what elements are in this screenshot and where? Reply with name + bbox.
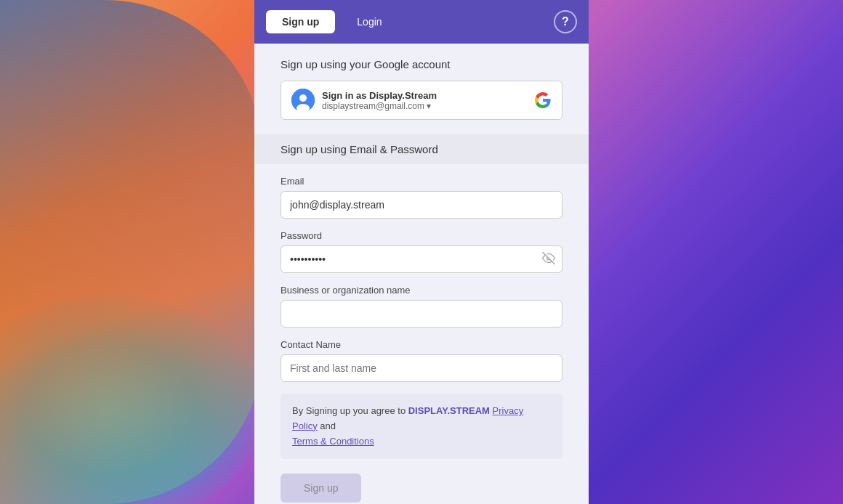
password-label: Password xyxy=(281,230,562,241)
email-label: Email xyxy=(281,176,562,187)
google-section-title: Sign up using your Google account xyxy=(281,58,562,70)
password-wrapper xyxy=(281,245,562,273)
login-tab-button[interactable]: Login xyxy=(341,10,398,33)
submit-button[interactable]: Sign up xyxy=(281,473,361,503)
svg-point-1 xyxy=(299,94,307,102)
agreement-prefix: By Signing up you agree to xyxy=(292,405,408,416)
business-label: Business or organization name xyxy=(281,285,562,296)
main-panel: Sign up Login ? Sign up using your Googl… xyxy=(254,0,589,504)
contact-field-group: Contact Name xyxy=(281,339,562,382)
business-field-group: Business or organization name xyxy=(281,285,562,328)
email-input[interactable] xyxy=(281,191,562,219)
google-email: displaystream@gmail.com ▾ xyxy=(322,101,527,111)
chevron-down-icon: ▾ xyxy=(427,101,431,111)
password-field-group: Password xyxy=(281,230,562,273)
email-field-group: Email xyxy=(281,176,562,219)
google-logo-icon xyxy=(534,92,552,109)
business-input[interactable] xyxy=(281,300,562,328)
agreement-box: By Signing up you agree to DISPLAY.STREA… xyxy=(281,394,562,459)
agreement-and: and xyxy=(318,420,336,431)
google-account-info: Sign in as Display.Stream displaystream@… xyxy=(322,90,527,111)
google-avatar xyxy=(291,89,315,112)
brand-name: DISPLAY.STREAM xyxy=(408,405,490,416)
contact-label: Contact Name xyxy=(281,339,562,350)
contact-input[interactable] xyxy=(281,354,562,382)
google-avatar-icon xyxy=(291,89,315,112)
google-signin-button[interactable]: Sign in as Display.Stream displaystream@… xyxy=(281,81,562,120)
terms-conditions-link[interactable]: Terms & Conditions xyxy=(292,436,374,447)
signup-tab-button[interactable]: Sign up xyxy=(266,10,335,33)
google-display-name: Sign in as Display.Stream xyxy=(322,90,527,101)
form-content: Sign up using your Google account Sign i… xyxy=(254,44,589,504)
email-section-divider: Sign up using Email & Password xyxy=(254,134,589,164)
password-toggle-icon[interactable] xyxy=(542,252,555,267)
email-section-title: Sign up using Email & Password xyxy=(281,143,562,155)
password-input[interactable] xyxy=(281,245,562,273)
top-nav: Sign up Login ? xyxy=(254,0,589,44)
help-button[interactable]: ? xyxy=(554,10,577,33)
